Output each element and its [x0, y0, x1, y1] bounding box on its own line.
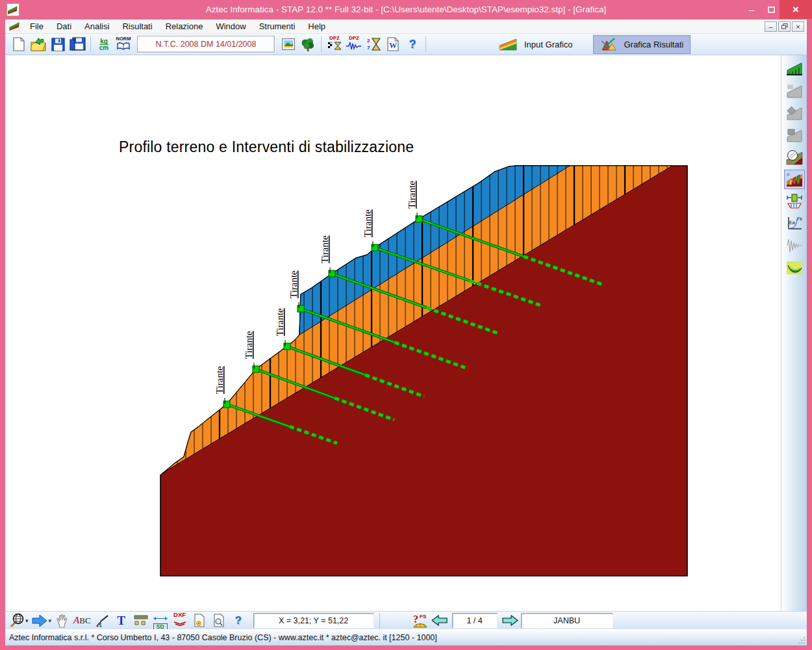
wall-pressure-icon: [786, 194, 803, 209]
anchor-label: Tirante: [407, 181, 417, 218]
sd-measure-icon: SD: [153, 612, 168, 630]
normative-display[interactable]: N.T.C. 2008 DM 14/01/2008: [137, 36, 275, 53]
results-sidebar: ≡ Fs Ea: [781, 55, 807, 611]
open-folder-icon: [31, 38, 46, 51]
text-tool-button[interactable]: T: [113, 612, 130, 630]
drawing-canvas[interactable]: Profilo terreno e Interventi di stabiliz…: [5, 55, 781, 611]
cursor-coordinates: X = 3,21; Y = 51,22: [253, 613, 374, 629]
mdi-minimize-button[interactable]: –: [765, 21, 777, 32]
menu-risultati[interactable]: Risultati: [116, 21, 159, 32]
sidebar-slices-button[interactable]: [784, 103, 805, 123]
print-preview-button[interactable]: [210, 612, 227, 630]
sidebar-ea-fs-chart-button[interactable]: Fs Ea: [784, 214, 805, 233]
sidebar-slip-circle-button[interactable]: [784, 148, 805, 167]
sidebar-wall-button[interactable]: [784, 192, 805, 211]
menu-bar: File Dati Analisi Risultati Relazione Wi…: [5, 20, 807, 34]
zoom-dropdown-caret-icon[interactable]: ▾: [25, 618, 29, 624]
svg-text:Tirante: Tirante: [214, 366, 225, 394]
blue-arrow-icon: [31, 614, 48, 627]
menu-strumenti[interactable]: Strumenti: [253, 21, 302, 32]
status-text: Aztec Informatica s.r.l. * Corso Umberto…: [9, 633, 437, 642]
sidebar-seismogram-button[interactable]: [784, 236, 805, 255]
svg-text:Tirante: Tirante: [362, 209, 373, 237]
dxf-export-button[interactable]: DXF: [171, 612, 188, 630]
maximize-button[interactable]: [763, 0, 780, 19]
zoom-globe-icon: [9, 613, 25, 629]
page-flower-icon: [194, 614, 205, 627]
sidebar-profile-button[interactable]: [784, 59, 805, 79]
left-arrow-icon: [431, 615, 448, 626]
sidebar-block-button[interactable]: [784, 125, 805, 145]
brush-icon: [95, 614, 109, 627]
norm-book-icon: NORM: [116, 36, 131, 53]
dpz-hourglass-icon: DPZ: [327, 36, 342, 53]
seismogram-icon: [786, 238, 803, 254]
window-border-left: [0, 20, 5, 645]
redraw-dropdown-caret-icon[interactable]: ▾: [49, 618, 52, 624]
menu-window[interactable]: Window: [209, 21, 252, 32]
resize-grip-icon[interactable]: [798, 636, 806, 644]
sidebar-surfaces-button[interactable]: [784, 81, 805, 101]
analysis-time-button[interactable]: 2 7: [365, 35, 382, 53]
font-button[interactable]: ABC: [73, 612, 91, 630]
grafica-risultati-button[interactable]: Grafica Risultati: [593, 35, 691, 54]
help-icon: ?: [235, 614, 241, 627]
normative-button[interactable]: NORM: [115, 35, 132, 53]
menu-relazione[interactable]: Relazione: [159, 21, 210, 32]
vegetation-button[interactable]: [299, 35, 316, 53]
measure-button[interactable]: SD: [152, 612, 169, 630]
main-toolbar: kg cm NORM N.T.C. 2008 DM 14/01/2008: [5, 34, 807, 55]
sidebar-zones-button[interactable]: [784, 258, 805, 278]
svg-text:FS: FS: [420, 614, 427, 619]
pan-button[interactable]: [54, 612, 71, 630]
anchor-label: Tirante: [320, 235, 330, 273]
svg-text:7: 7: [367, 45, 370, 51]
next-surface-button[interactable]: [501, 612, 518, 630]
previous-surface-button[interactable]: [431, 612, 448, 630]
fs-query-button[interactable]: ? FS: [412, 612, 429, 630]
mdi-close-button[interactable]: ×: [792, 21, 804, 32]
minimize-button[interactable]: –: [741, 0, 763, 19]
dpz-static-button[interactable]: DPZ: [326, 35, 343, 53]
svg-text:Ea: Ea: [789, 220, 795, 225]
dxf-lines-icon: [173, 621, 187, 627]
svg-text:Tirante: Tirante: [244, 331, 254, 359]
svg-text:W: W: [389, 41, 397, 50]
window-border-right: [807, 20, 812, 645]
mdi-document-icon: [9, 22, 19, 31]
save-all-button[interactable]: [69, 35, 86, 53]
redraw-button[interactable]: ▾: [31, 612, 52, 630]
menu-dati[interactable]: Dati: [50, 21, 78, 32]
tree-icon: [301, 38, 315, 51]
anchor-label: Tirante: [275, 308, 285, 346]
new-file-icon: [12, 37, 25, 51]
input-grafico-button[interactable]: Input Grafico: [492, 35, 579, 54]
maximize-icon: [768, 6, 775, 13]
dpz-seismic-button[interactable]: DPZ: [346, 35, 362, 53]
anchor-label: Tirante: [362, 209, 373, 247]
legend-button[interactable]: [133, 612, 149, 630]
menu-file[interactable]: File: [23, 21, 50, 32]
legend-icon: [134, 615, 148, 627]
open-file-button[interactable]: [30, 35, 47, 53]
mdi-restore-button[interactable]: [778, 21, 791, 32]
dxf-icon: DXF: [173, 612, 187, 629]
new-file-button[interactable]: [10, 35, 27, 53]
sidebar-interventions-button[interactable]: ≡: [784, 170, 805, 189]
report-word-button[interactable]: W: [385, 35, 401, 53]
menu-help[interactable]: Help: [301, 21, 332, 32]
zoom-button[interactable]: ▾: [9, 612, 29, 630]
color-brush-button[interactable]: [94, 612, 110, 630]
help-button[interactable]: ?: [404, 35, 421, 53]
fs-question-icon: ? FS: [412, 613, 429, 629]
hourglass-flag-icon: [327, 42, 342, 50]
bitmap-export-button[interactable]: [280, 35, 297, 53]
save-button[interactable]: [49, 35, 66, 53]
svg-text:Fs: Fs: [797, 216, 802, 221]
svg-text:Tirante: Tirante: [288, 270, 299, 298]
close-button[interactable]: ×: [780, 0, 812, 19]
units-button[interactable]: kg cm: [95, 35, 112, 53]
menu-analisi[interactable]: Analisi: [78, 21, 116, 32]
drawing-help-button[interactable]: ?: [230, 612, 247, 630]
page-setup-button[interactable]: [191, 612, 208, 630]
